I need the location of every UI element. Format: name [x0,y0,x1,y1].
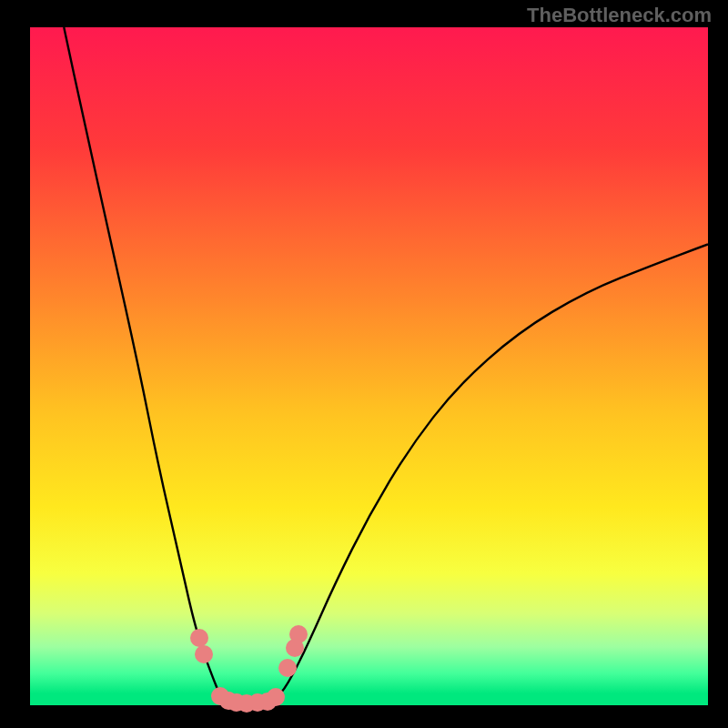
highlight-marker [195,645,213,663]
highlight-marker [267,688,285,706]
highlight-marker [278,659,297,677]
watermark-text: TheBottleneck.com [527,4,712,27]
plot-area [30,27,708,705]
highlight-marker [190,629,208,647]
curve-layer [30,27,708,705]
chart-stage: TheBottleneck.com [0,0,728,728]
highlight-marker [289,625,308,643]
bottleneck-curve [64,27,708,704]
